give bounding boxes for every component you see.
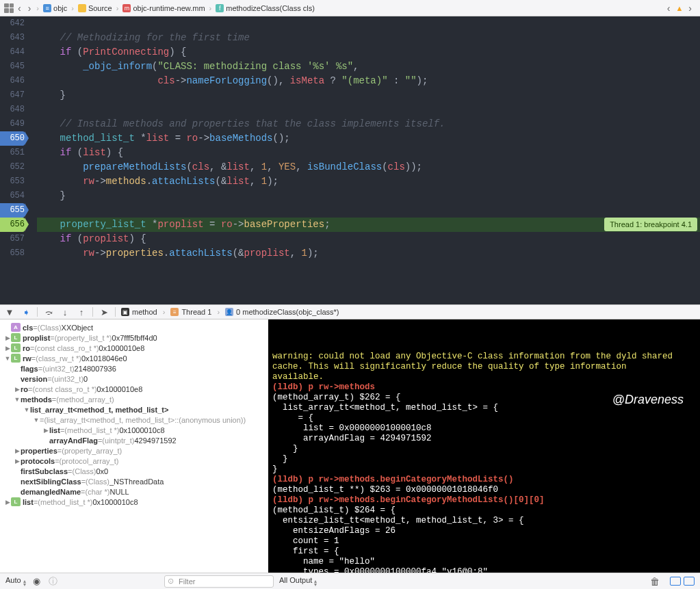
- code-line-654[interactable]: }: [37, 189, 700, 203]
- gutter-line-650[interactable]: 650: [0, 131, 25, 146]
- nav-back-button[interactable]: ‹: [15, 3, 24, 14]
- variable-row[interactable]: arrayAndFlag = (uintptr_t) 4294971592: [0, 435, 268, 445]
- code-line-642[interactable]: [37, 16, 700, 31]
- debug-crumb-1[interactable]: ≡Thread 1: [170, 308, 211, 316]
- code-line-646[interactable]: cls->nameForLogging(), isMeta ? "(meta)"…: [37, 74, 700, 88]
- quicklook-icon[interactable]: ◉: [31, 576, 42, 587]
- debug-crumb-0[interactable]: ▣method: [121, 308, 157, 316]
- code-line-651[interactable]: if (list) {: [37, 146, 700, 160]
- console-pane[interactable]: @Draveness warning: could not load any O…: [268, 319, 700, 573]
- breadcrumb-item-2[interactable]: mobjc-runtime-new.mm: [121, 4, 206, 12]
- variable-row[interactable]: nextSiblingClass = (Class) _NSThreadData: [0, 476, 268, 486]
- disclosure-triangle[interactable]: ▶: [14, 458, 21, 464]
- code-line-649[interactable]: // Install methods and properties that t…: [37, 117, 700, 131]
- output-filter-button[interactable]: All Output ▴▾: [279, 576, 317, 586]
- disclosure-triangle[interactable]: ▼: [14, 396, 21, 403]
- gutter[interactable]: 6426436446456466476486496506516526536546…: [0, 16, 30, 304]
- variable-row[interactable]: ▶ro = (const class_ro_t *) 0x1000010e8: [0, 384, 268, 394]
- disclosure-triangle[interactable]: ▶: [4, 499, 11, 506]
- gutter-line-653[interactable]: 653: [0, 174, 25, 189]
- variable-row[interactable]: ▶properties = (property_array_t): [0, 445, 268, 456]
- info-icon[interactable]: ⓘ: [48, 576, 59, 587]
- variable-row[interactable]: version = (uint32_t) 0: [0, 374, 268, 384]
- code-line-655[interactable]: [37, 203, 700, 218]
- code-line-647[interactable]: }: [37, 88, 700, 103]
- variable-row[interactable]: ▼ = (list_array_tt<method_t, method_list…: [0, 415, 268, 425]
- code-line-653[interactable]: rw->methods.attachLists(&list, 1);: [37, 174, 700, 189]
- disclosure-triangle[interactable]: ▶: [14, 386, 21, 393]
- step-into-button[interactable]: ↓: [60, 306, 70, 317]
- code-line-645[interactable]: _objc_inform("CLASS: methodizing class '…: [37, 60, 700, 74]
- variable-row[interactable]: ▶Llist = (method_list_t *) 0x1000010c8: [0, 497, 268, 507]
- code-line-657[interactable]: if (proplist) {: [37, 232, 700, 246]
- gutter-line-655[interactable]: 655: [0, 203, 25, 218]
- disclosure-triangle[interactable]: ▶: [4, 335, 11, 341]
- breadcrumb-item-3[interactable]: fmethodizeClass(Class cls): [214, 4, 316, 12]
- code-line-644[interactable]: if (PrintConnecting) {: [37, 45, 700, 60]
- breadcrumb-item-0[interactable]: ≡objc: [42, 4, 68, 12]
- gutter-line-656[interactable]: 656: [0, 218, 25, 232]
- gutter-line-654[interactable]: 654: [0, 189, 25, 203]
- disclosure-triangle[interactable]: ▼: [4, 355, 11, 362]
- code-line-656[interactable]: property_list_t *proplist = ro->baseProp…: [37, 218, 700, 232]
- variables-pane[interactable]: Acls = (Class) XXObject▶Lproplist = (pro…: [0, 319, 268, 573]
- var-value: 0x1000010e8: [97, 385, 143, 393]
- var-name: nextSiblingClass: [21, 477, 81, 486]
- variable-row[interactable]: ▶list = (method_list_t *) 0x1000010c8: [0, 425, 268, 435]
- code-area[interactable]: // Methodizing for the first time if (Pr…: [30, 16, 700, 304]
- var-value: 0x7fff5fbff4d0: [112, 334, 157, 342]
- breadcrumb-item-1[interactable]: Source: [77, 4, 114, 12]
- code-line-658[interactable]: rw->properties.attachLists(&proplist, 1)…: [37, 246, 700, 261]
- disclosure-triangle[interactable]: ▶: [4, 345, 11, 352]
- variable-row[interactable]: ▶Lro = (const class_ro_t *) 0x1000010e8: [0, 343, 268, 353]
- variable-row[interactable]: demangledName = (char *) NULL: [0, 486, 268, 497]
- variable-row[interactable]: Acls = (Class) XXObject: [0, 322, 268, 332]
- gutter-line-651[interactable]: 651: [0, 146, 25, 160]
- step-out-button[interactable]: ↑: [76, 306, 87, 317]
- nav-forward-button[interactable]: ›: [25, 3, 34, 14]
- gutter-line-643[interactable]: 643: [0, 31, 25, 45]
- auto-button[interactable]: Auto ▴▾: [5, 576, 26, 586]
- clear-console-button[interactable]: 🗑: [649, 576, 660, 587]
- disclosure-triangle[interactable]: ▼: [23, 406, 30, 413]
- code-editor[interactable]: 6426436446456466476486496506516526536546…: [0, 16, 700, 304]
- step-over-button[interactable]: ⤼: [43, 306, 54, 317]
- code-line-643[interactable]: // Methodizing for the first time: [37, 31, 700, 45]
- gutter-line-649[interactable]: 649: [0, 117, 25, 131]
- gutter-line-647[interactable]: 647: [0, 88, 25, 103]
- related-items-icon[interactable]: [4, 3, 14, 13]
- variable-row[interactable]: firstSubclass = (Class) 0x0: [0, 466, 268, 476]
- gutter-line-657[interactable]: 657: [0, 232, 25, 246]
- variable-row[interactable]: flags = (uint32_t) 2148007936: [0, 363, 268, 374]
- code-line-648[interactable]: [37, 103, 700, 117]
- debug-crumb-2[interactable]: 👤0 methodizeClass(objc_class*): [225, 308, 339, 316]
- code-line-652[interactable]: prepareMethodLists(cls, &list, 1, YES, i…: [37, 160, 700, 174]
- gutter-line-645[interactable]: 645: [0, 60, 25, 74]
- code-line-650[interactable]: method_list_t *list = ro->baseMethods();: [37, 131, 700, 146]
- gutter-line-648[interactable]: 648: [0, 103, 25, 117]
- gutter-line-644[interactable]: 644: [0, 45, 25, 60]
- gutter-line-646[interactable]: 646: [0, 74, 25, 88]
- variables-filter-input[interactable]: Filter: [164, 575, 274, 588]
- gutter-line-642[interactable]: 642: [0, 16, 25, 31]
- next-issue-button[interactable]: ›: [686, 3, 695, 14]
- variable-row[interactable]: ▼list_array_tt<method_t, method_list_t>: [0, 404, 268, 415]
- disclosure-triangle[interactable]: ▼: [33, 417, 40, 423]
- disclosure-triangle[interactable]: ▶: [14, 447, 21, 454]
- right-pane-toggle[interactable]: [684, 577, 695, 586]
- variable-row[interactable]: ▶protocols = (protocol_array_t): [0, 456, 268, 466]
- continue-button[interactable]: ➧: [21, 306, 31, 317]
- console-line: available.: [272, 372, 696, 382]
- gutter-line-652[interactable]: 652: [0, 160, 25, 174]
- variable-row[interactable]: ▼Lrw = (class_rw_t *) 0x1018046e0: [0, 353, 268, 363]
- location-button[interactable]: ➤: [99, 306, 109, 317]
- left-pane-toggle[interactable]: [670, 577, 681, 586]
- variable-row[interactable]: ▼methods = (method_array_t): [0, 394, 268, 404]
- prev-issue-button[interactable]: ‹: [664, 3, 673, 14]
- disclosure-triangle[interactable]: ▶: [42, 427, 49, 434]
- variable-row[interactable]: ▶Lproplist = (property_list_t *) 0x7fff5…: [0, 332, 268, 343]
- toggle-debug-icon[interactable]: ▼: [4, 306, 15, 317]
- console-line: arrayAndFlag = 4294971592: [272, 434, 696, 444]
- gutter-line-658[interactable]: 658: [0, 246, 25, 261]
- warning-icon[interactable]: ▲: [675, 4, 683, 12]
